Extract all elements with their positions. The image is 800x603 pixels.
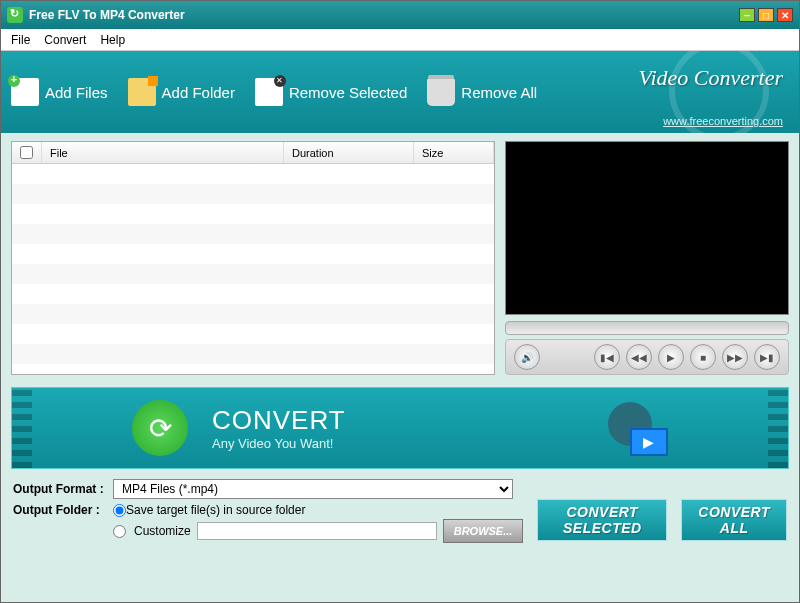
rewind-button[interactable]: ◀◀ [626,344,652,370]
seek-bar[interactable] [505,321,789,335]
add-folder-button[interactable]: Add Folder [128,78,235,106]
close-button[interactable]: ✕ [777,8,793,22]
banner-headline: CONVERT [212,405,346,436]
custom-path-input[interactable] [197,522,437,540]
folder-icon [128,78,156,106]
brand-title: Video Converter [639,65,783,91]
col-file[interactable]: File [42,142,284,163]
title-bar: Free FLV To MP4 Converter – □ ✕ [1,1,799,29]
video-preview[interactable] [505,141,789,315]
play-button[interactable]: ▶ [658,344,684,370]
browse-button[interactable]: BROWSE... [443,519,524,543]
file-list-body[interactable] [12,164,494,374]
convert-banner: ⟳ CONVERT Any Video You Want! [11,387,789,469]
menu-convert[interactable]: Convert [44,33,86,47]
toolbar: Add Files Add Folder Remove Selected Rem… [1,51,799,133]
prev-button[interactable]: ▮◀ [594,344,620,370]
radio-source-label: Save target file(s) in source folder [126,503,305,517]
window-title: Free FLV To MP4 Converter [29,8,185,22]
output-format-select[interactable]: MP4 Files (*.mp4) [113,479,513,499]
add-folder-label: Add Folder [162,84,235,101]
output-folder-label: Output Folder : [13,503,113,517]
file-plus-icon [11,78,39,106]
col-size[interactable]: Size [414,142,494,163]
convert-all-button[interactable]: CONVERT ALL [681,499,787,541]
add-files-label: Add Files [45,84,108,101]
select-all-checkbox[interactable] [20,146,33,159]
film-strip-icon [768,388,788,468]
convert-cycle-icon: ⟳ [132,400,188,456]
next-button[interactable]: ▶▮ [754,344,780,370]
brand-url-link[interactable]: www.freeconverting.com [663,115,783,127]
minimize-button[interactable]: – [739,8,755,22]
radio-source-folder[interactable] [113,504,126,517]
file-list-header: File Duration Size [12,142,494,164]
output-format-label: Output Format : [13,482,113,496]
remove-selected-button[interactable]: Remove Selected [255,78,407,106]
forward-button[interactable]: ▶▶ [722,344,748,370]
banner-sub: Any Video You Want! [212,436,346,451]
add-files-button[interactable]: Add Files [11,78,108,106]
col-duration[interactable]: Duration [284,142,414,163]
app-icon [7,7,23,23]
file-list: File Duration Size [11,141,495,375]
stop-button[interactable]: ■ [690,344,716,370]
menu-file[interactable]: File [11,33,30,47]
maximize-button[interactable]: □ [758,8,774,22]
remove-all-button[interactable]: Remove All [427,78,537,106]
remove-all-label: Remove All [461,84,537,101]
radio-customize[interactable] [113,525,126,538]
volume-button[interactable]: 🔊 [514,344,540,370]
menu-bar: File Convert Help [1,29,799,51]
convert-selected-button[interactable]: CONVERT SELECTED [537,499,667,541]
menu-help[interactable]: Help [100,33,125,47]
player-controls: 🔊 ▮◀ ◀◀ ▶ ■ ▶▶ ▶▮ [505,339,789,375]
video-clip-icon [608,402,668,456]
preview-panel: 🔊 ▮◀ ◀◀ ▶ ■ ▶▶ ▶▮ [505,141,789,375]
radio-customize-label: Customize [134,524,191,538]
trash-icon [427,78,455,106]
film-strip-icon [12,388,32,468]
file-remove-icon [255,78,283,106]
remove-selected-label: Remove Selected [289,84,407,101]
